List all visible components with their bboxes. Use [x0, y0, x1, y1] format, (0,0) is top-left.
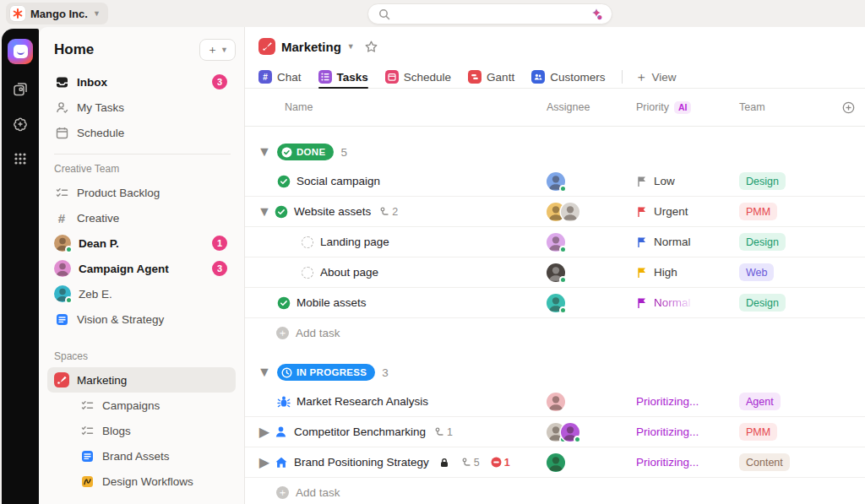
- sidebar-item-dean-p[interactable]: Dean P. 1: [54, 230, 236, 256]
- flag-icon: [636, 267, 648, 279]
- main-panel: Marketing ▼ # Chat Tasks Schedule: [245, 27, 865, 504]
- table-row[interactable]: Social campaign Low Design: [245, 166, 865, 197]
- priority-cell[interactable]: Normal: [631, 236, 724, 248]
- assignee-cell[interactable]: [538, 294, 631, 312]
- favorite-star-icon[interactable]: [364, 40, 378, 54]
- assignee-cell[interactable]: [538, 233, 631, 252]
- done-check-icon[interactable]: [276, 174, 291, 188]
- team-cell[interactable]: Design: [724, 294, 825, 312]
- add-view-button[interactable]: ＋ View: [634, 69, 676, 85]
- sidebar-item-vision-strategy[interactable]: Vision & Strategy: [54, 306, 236, 332]
- priority-cell[interactable]: Urgent: [631, 205, 724, 218]
- sidebar-item-marketing[interactable]: Marketing: [47, 367, 236, 393]
- workspace-name: Mango Inc.: [30, 8, 88, 20]
- assignee-cell[interactable]: [538, 172, 631, 191]
- sidebar-item-inbox[interactable]: Inbox 3: [54, 69, 236, 95]
- apps-grid-icon[interactable]: [11, 149, 30, 168]
- chevron-down-icon[interactable]: ▼: [347, 42, 355, 51]
- table-header: Name Assignee Priority AI Team: [245, 89, 865, 127]
- tasks-tab-icon: [318, 70, 332, 84]
- assignee-cell[interactable]: [538, 263, 631, 282]
- sidebar-item-design-workflows[interactable]: Design Workflows: [79, 469, 236, 494]
- tab-chat[interactable]: # Chat: [258, 66, 302, 88]
- collapse-caret-icon[interactable]: ▼: [258, 365, 270, 380]
- settings-flower-icon[interactable]: [11, 115, 30, 133]
- table-row[interactable]: About page High Web: [245, 257, 865, 288]
- sidebar-item-creative[interactable]: # Creative: [54, 205, 236, 230]
- avatar: [547, 233, 565, 252]
- table-row[interactable]: Mobile assets Normal Design: [245, 288, 865, 318]
- priority-cell[interactable]: Normal: [631, 296, 724, 309]
- sidebar-item-zeb-e[interactable]: Zeb E.: [54, 281, 236, 306]
- team-cell[interactable]: Agent: [724, 393, 825, 410]
- sidebar-item-schedule[interactable]: Schedule: [54, 120, 236, 145]
- team-cell[interactable]: Design: [724, 172, 825, 190]
- status-badge-in-progress[interactable]: IN PROGRESS: [277, 364, 375, 381]
- collapse-caret-icon[interactable]: ▼: [258, 144, 270, 160]
- tabs-divider: [622, 70, 623, 84]
- sidebar-title: Home: [54, 41, 94, 58]
- assignee-cell[interactable]: [538, 393, 631, 411]
- tab-gantt[interactable]: Gantt: [468, 66, 514, 88]
- priority-cell[interactable]: Low: [631, 175, 724, 187]
- table-row[interactable]: ▼ Website assets 2: [245, 197, 865, 227]
- open-task-icon[interactable]: [300, 265, 314, 279]
- add-task-button[interactable]: ＋ Add task: [245, 478, 865, 504]
- flag-icon: [636, 297, 648, 309]
- search-bar[interactable]: [367, 3, 612, 24]
- sidebar-item-my-tasks[interactable]: My Tasks: [54, 95, 236, 120]
- team-cell[interactable]: PMM: [724, 423, 825, 441]
- sidebar-item-product-backlog[interactable]: Product Backlog: [54, 180, 236, 205]
- expand-caret-icon[interactable]: ▶: [258, 454, 270, 470]
- table-row[interactable]: ▶ Brand Positioning Strategy 5 1: [245, 447, 865, 478]
- sidebar-item-campaigns[interactable]: Campaigns: [79, 393, 236, 418]
- agent-bug-icon[interactable]: [276, 394, 291, 409]
- done-check-icon[interactable]: [276, 295, 291, 310]
- avatar: [547, 172, 565, 191]
- team-cell[interactable]: Design: [724, 233, 825, 251]
- priority-cell[interactable]: High: [631, 266, 724, 279]
- tab-tasks[interactable]: Tasks: [318, 66, 368, 88]
- priority-cell[interactable]: Prioritizing...: [631, 395, 724, 408]
- person-task-icon[interactable]: [274, 425, 288, 439]
- assignee-cell[interactable]: [538, 423, 631, 442]
- assignee-cell[interactable]: [538, 203, 631, 221]
- page-title: Marketing: [281, 40, 341, 54]
- table-row[interactable]: ▶ Competitor Benchmarking 1: [245, 417, 865, 447]
- sidebar-item-campaign-agent[interactable]: Campaign Agent 3: [54, 256, 236, 281]
- new-item-button[interactable]: ＋ ▼: [199, 39, 236, 61]
- online-dot: [559, 246, 567, 253]
- house-task-icon[interactable]: [274, 455, 288, 469]
- subtask-count: 1: [435, 426, 453, 438]
- sidebar-item-blogs[interactable]: Blogs: [79, 418, 236, 443]
- add-task-button[interactable]: ＋ Add task: [245, 318, 865, 347]
- table-row[interactable]: Market Research Analysis Prioritizing...…: [245, 387, 865, 417]
- team-cell[interactable]: Web: [724, 263, 825, 281]
- done-check-icon[interactable]: [274, 204, 288, 219]
- tab-customers[interactable]: Customers: [531, 66, 605, 88]
- add-column-button[interactable]: [825, 101, 865, 114]
- avatar: [54, 260, 71, 277]
- column-header-team[interactable]: Team: [724, 101, 825, 113]
- team-cell[interactable]: Content: [724, 453, 825, 471]
- expand-caret-icon[interactable]: ▶: [258, 424, 270, 440]
- ai-sparkle-icon[interactable]: [590, 8, 603, 21]
- priority-cell[interactable]: Prioritizing...: [631, 456, 724, 469]
- column-header-priority[interactable]: Priority: [636, 101, 669, 113]
- tab-schedule[interactable]: Schedule: [385, 66, 451, 88]
- templates-icon[interactable]: [11, 80, 30, 99]
- gantt-tab-icon: [468, 70, 481, 84]
- sidebar-item-brand-assets[interactable]: Brand Assets: [79, 443, 236, 469]
- open-task-icon[interactable]: [300, 235, 314, 249]
- collapse-caret-icon[interactable]: ▼: [258, 204, 270, 219]
- table-row[interactable]: Landing page Normal Design: [245, 227, 865, 257]
- status-badge-done[interactable]: DONE: [277, 144, 334, 160]
- column-header-name[interactable]: Name: [245, 101, 538, 113]
- app-logo-icon[interactable]: [8, 39, 33, 64]
- priority-cell[interactable]: Prioritizing...: [631, 425, 724, 438]
- workspace-switcher[interactable]: Mango Inc. ▼: [6, 3, 108, 24]
- team-cell[interactable]: PMM: [724, 203, 825, 220]
- search-input[interactable]: [396, 8, 590, 20]
- assignee-cell[interactable]: [538, 453, 631, 472]
- column-header-assignee[interactable]: Assignee: [538, 101, 631, 113]
